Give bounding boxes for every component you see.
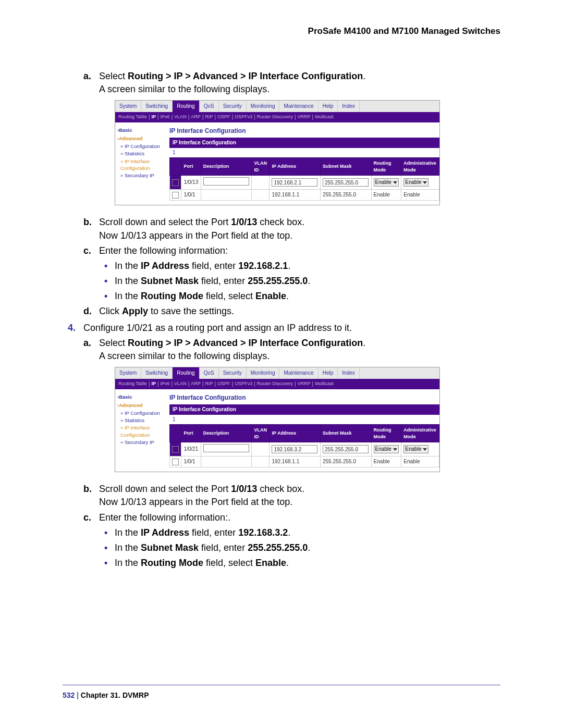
subtab-ip[interactable]: IP (151, 114, 156, 121)
tab-security[interactable]: Security (219, 101, 247, 112)
subtab-vrrp[interactable]: VRRP (298, 114, 311, 121)
mask-cell[interactable]: 255.255.255.0 (321, 176, 372, 190)
tab-system[interactable]: System (115, 367, 141, 379)
tab-maintenance[interactable]: Maintenance (279, 101, 318, 112)
col-header: VLAN ID (252, 425, 270, 442)
subtab-vlan[interactable]: VLAN (174, 380, 187, 388)
subtab-rip[interactable]: RIP (205, 380, 213, 388)
tab-switching[interactable]: Switching (141, 367, 173, 379)
col-header: Description (201, 425, 252, 442)
vlan-cell (252, 190, 270, 201)
subtab-router discovery[interactable]: Router Discovery (257, 380, 293, 388)
sub-tabs: Routing Table|IP|IPv6|VLAN|ARP|RIP|OSPF|… (115, 379, 439, 389)
port-cell: 1/0/1 (181, 190, 201, 201)
ip-cell[interactable]: 192.168.3.2 (270, 442, 321, 456)
tab-help[interactable]: Help (319, 101, 338, 112)
tab-routing[interactable]: Routing (173, 101, 199, 112)
subtab-router discovery[interactable]: Router Discovery (257, 114, 293, 121)
sidebar-item[interactable]: » Statistics (120, 417, 167, 424)
amode-cell: Enable (401, 456, 439, 467)
step-4b: b. Scroll down and select the Port 1/0/1… (83, 483, 500, 509)
rmode-cell[interactable]: Enable (371, 176, 401, 190)
tab-index[interactable]: Index (338, 367, 359, 379)
row-checkbox-cell[interactable] (170, 442, 181, 456)
panel-band: IP Interface Configuration (169, 404, 439, 415)
subtab-arp[interactable]: ARP (191, 380, 201, 388)
sidebar-basic[interactable]: ›Basic (117, 127, 167, 133)
tab-help[interactable]: Help (319, 367, 338, 379)
page-footer: 532 | Chapter 31. DVMRP (63, 685, 500, 701)
sidebar-advanced[interactable]: ›Advanced (117, 402, 167, 409)
subtab-vrrp[interactable]: VRRP (298, 380, 311, 388)
tab-switching[interactable]: Switching (141, 101, 173, 112)
tab-system[interactable]: System (115, 101, 141, 112)
amode-cell[interactable]: Enable (401, 176, 439, 190)
tab-qos[interactable]: QoS (200, 101, 219, 112)
desc-cell[interactable] (201, 442, 252, 456)
subtab-multicast[interactable]: Multicast (315, 114, 334, 121)
sidebar-item[interactable]: » IP Configuration (120, 410, 167, 416)
subtab-ipv6[interactable]: IPv6 (161, 114, 170, 121)
port-cell: 1/0/13 (181, 176, 201, 190)
subtab-ipv6[interactable]: IPv6 (161, 380, 170, 388)
tab-monitoring[interactable]: Monitoring (247, 367, 280, 379)
subtab-vlan[interactable]: VLAN (174, 114, 187, 121)
subtab-ospf[interactable]: OSPF (217, 380, 230, 388)
subtab-ospfv3[interactable]: OSPFv3 (235, 380, 252, 388)
tab-monitoring[interactable]: Monitoring (247, 101, 280, 112)
panel-title: IP Interface Configuration (169, 393, 439, 402)
chapter-label: Chapter 31. DVMRP (81, 691, 149, 699)
vlan-cell (252, 442, 270, 456)
sidebar-item[interactable]: » IP Interface Configuration (120, 424, 167, 438)
col-header (170, 158, 181, 176)
tab-qos[interactable]: QoS (200, 367, 219, 379)
checkbox-icon[interactable] (172, 179, 179, 186)
sidebar-item[interactable]: » IP Configuration (120, 143, 167, 150)
subtab-multicast[interactable]: Multicast (315, 380, 334, 388)
subtab-routing table[interactable]: Routing Table (118, 114, 147, 121)
sidebar-item[interactable]: » IP Interface Configuration (120, 158, 167, 172)
subtab-ospfv3[interactable]: OSPFv3 (235, 114, 252, 121)
col-header: Subnet Mask (321, 158, 372, 176)
row-checkbox-cell[interactable] (170, 176, 181, 190)
col-header: Routing Mode (371, 158, 401, 176)
col-header: Port (181, 158, 201, 176)
subtab-ip[interactable]: IP (151, 380, 156, 388)
checkbox-icon[interactable] (172, 446, 179, 453)
rmode-cell: Enable (371, 456, 401, 467)
tab-security[interactable]: Security (219, 367, 247, 379)
checkbox-icon[interactable] (172, 192, 179, 199)
dropdown-icon: Enable (374, 178, 399, 187)
tab-routing[interactable]: Routing (173, 367, 199, 379)
col-header: Description (201, 158, 252, 176)
row-checkbox-cell[interactable] (170, 456, 181, 467)
doc-header: ProSafe M4100 and M7100 Managed Switches (308, 25, 500, 38)
step-label: b. (83, 483, 92, 496)
tab-maintenance[interactable]: Maintenance (279, 367, 318, 379)
pager[interactable]: 1 (169, 415, 439, 424)
checkbox-icon[interactable] (172, 459, 179, 465)
subtab-arp[interactable]: ARP (191, 114, 201, 121)
mask-cell: 255.255.255.0 (321, 456, 372, 467)
table-row: 1/0/21192.168.3.2255.255.255.0EnableEnab… (170, 442, 439, 456)
sidebar-basic[interactable]: ›Basic (117, 393, 167, 400)
pager[interactable]: 1 (169, 148, 439, 157)
ip-cell[interactable]: 192.168.2.1 (270, 176, 321, 190)
sidebar-item[interactable]: » Secondary IP (120, 439, 167, 446)
desc-cell (201, 190, 252, 201)
col-header: Port (181, 425, 201, 442)
mask-cell[interactable]: 255.255.255.0 (321, 442, 372, 456)
sidebar-advanced[interactable]: ›Advanced (117, 135, 167, 142)
desc-cell[interactable] (201, 176, 252, 190)
subtab-rip[interactable]: RIP (205, 114, 213, 121)
rmode-cell[interactable]: Enable (371, 442, 401, 456)
sidebar-item[interactable]: » Statistics (120, 150, 167, 157)
subtab-ospf[interactable]: OSPF (217, 114, 230, 121)
vlan-cell (252, 176, 270, 190)
amode-cell: Enable (401, 190, 439, 201)
amode-cell[interactable]: Enable (401, 442, 439, 456)
sidebar-item[interactable]: » Secondary IP (120, 172, 167, 179)
subtab-routing table[interactable]: Routing Table (118, 380, 147, 388)
tab-index[interactable]: Index (338, 101, 359, 112)
row-checkbox-cell[interactable] (170, 190, 181, 201)
